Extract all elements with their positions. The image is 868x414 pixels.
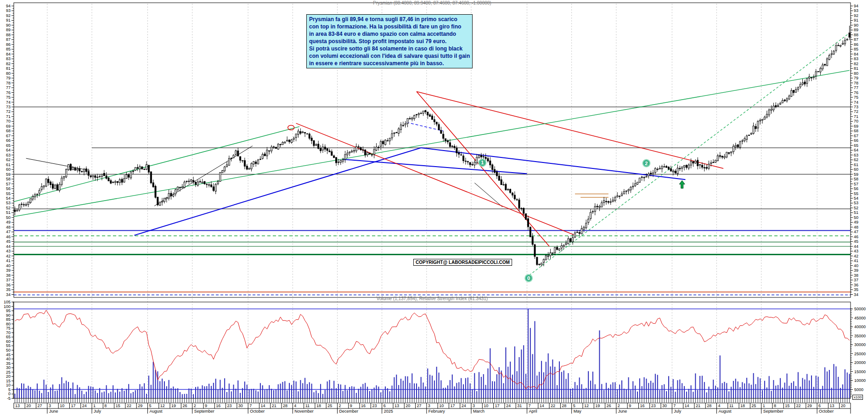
annotation-line: in essere e rientrare successivamente pi… <box>309 60 470 67</box>
svg-text:40: 40 <box>6 357 11 361</box>
week-label: 12 <box>584 403 589 408</box>
week-label: 15 <box>116 403 120 408</box>
week-label: 25 <box>327 403 332 408</box>
week-label: 19 <box>595 403 600 408</box>
week-label: 21 <box>696 403 700 408</box>
svg-text:88: 88 <box>854 33 858 37</box>
month-label: June <box>618 409 627 414</box>
month-label: 2025 <box>384 409 393 414</box>
chart-title: Prysmian (88.4000, 89.9400, 87.4600, 87.… <box>0 0 864 6</box>
month-label: March <box>473 409 485 414</box>
week-label: 30 <box>662 403 667 408</box>
svg-text:15000: 15000 <box>854 369 866 374</box>
svg-text:78: 78 <box>6 81 11 85</box>
svg-text:72: 72 <box>6 109 11 114</box>
week-label: 11 <box>729 403 733 408</box>
svg-text:75: 75 <box>854 95 858 100</box>
svg-text:57: 57 <box>6 182 11 186</box>
week-label: 1 <box>93 403 96 408</box>
svg-text:60: 60 <box>854 167 858 172</box>
week-label: 4 <box>294 403 296 408</box>
wave-marker-number: 1 <box>481 160 484 165</box>
svg-text:65: 65 <box>6 143 11 148</box>
svg-text:80: 80 <box>6 71 11 76</box>
week-label: 17 <box>495 403 500 408</box>
svg-text:63: 63 <box>854 153 858 157</box>
month-label: June <box>49 409 58 414</box>
month-label: August <box>718 409 732 414</box>
svg-text:93: 93 <box>854 8 858 13</box>
svg-text:42: 42 <box>854 254 858 258</box>
svg-text:59: 59 <box>6 172 11 177</box>
svg-text:62: 62 <box>6 157 11 162</box>
week-label: 2 <box>618 403 620 408</box>
svg-text:50: 50 <box>6 215 11 220</box>
week-label: 18 <box>316 403 321 408</box>
week-label: 27 <box>417 403 422 408</box>
week-label: 31 <box>517 403 522 408</box>
month-label: February <box>428 409 445 414</box>
week-label: 23 <box>372 403 377 408</box>
week-label: 6 <box>818 403 821 408</box>
svg-text:44: 44 <box>6 244 11 249</box>
month-label: September <box>194 409 214 414</box>
svg-text:95: 95 <box>6 308 11 313</box>
week-label: 21 <box>272 403 276 408</box>
svg-text:70: 70 <box>6 330 11 335</box>
volume-unit-label: x100 <box>852 395 863 400</box>
svg-text:35: 35 <box>854 287 858 292</box>
svg-text:85: 85 <box>6 317 11 322</box>
svg-text:65: 65 <box>854 143 858 148</box>
svg-text:85: 85 <box>854 47 858 51</box>
week-label: 2 <box>194 403 196 408</box>
svg-text:81: 81 <box>854 66 858 71</box>
week-label: 8 <box>104 403 107 408</box>
week-label: 20 <box>841 403 845 408</box>
week-label: 13 <box>829 403 834 408</box>
week-label: 29 <box>807 403 812 408</box>
volume-bars <box>14 309 851 398</box>
svg-text:55: 55 <box>854 191 858 196</box>
svg-text:5000: 5000 <box>854 387 863 392</box>
svg-text:80: 80 <box>6 322 11 326</box>
week-label: 24 <box>462 403 466 408</box>
svg-text:51: 51 <box>854 210 858 215</box>
week-label: 1 <box>763 403 765 408</box>
svg-text:61: 61 <box>854 162 858 167</box>
svg-text:75: 75 <box>6 326 11 330</box>
week-label: 4 <box>718 403 720 408</box>
annotation-line: con top in formazione. Ha la possibilità… <box>309 23 470 30</box>
svg-text:54: 54 <box>6 196 11 201</box>
annotation-line: questa possibilità. Stop profit impostat… <box>309 38 470 45</box>
svg-text:87: 87 <box>854 37 858 42</box>
svg-text:58: 58 <box>854 177 858 181</box>
svg-text:82: 82 <box>6 62 11 66</box>
month-label: September <box>763 409 783 414</box>
svg-text:67: 67 <box>854 134 858 138</box>
svg-text:50: 50 <box>854 215 858 220</box>
svg-text:55: 55 <box>6 343 11 348</box>
svg-text:66: 66 <box>6 138 11 143</box>
svg-text:-5: -5 <box>7 396 11 401</box>
week-label: 16 <box>216 403 220 408</box>
svg-text:43: 43 <box>854 249 858 253</box>
svg-text:46: 46 <box>854 235 858 239</box>
week-label: 14 <box>260 403 265 408</box>
week-label: 30 <box>238 403 243 408</box>
svg-text:72: 72 <box>854 109 858 114</box>
svg-text:36: 36 <box>6 283 11 287</box>
svg-text:35000: 35000 <box>854 334 866 338</box>
week-label: 22 <box>127 403 131 408</box>
svg-text:70: 70 <box>854 119 858 123</box>
svg-text:51: 51 <box>6 210 11 215</box>
week-label: 6 <box>383 403 386 408</box>
svg-text:83: 83 <box>6 56 11 61</box>
svg-text:40: 40 <box>854 263 858 268</box>
horizontal-levels <box>14 107 851 295</box>
svg-text:68: 68 <box>854 129 858 133</box>
svg-text:41: 41 <box>6 258 11 263</box>
svg-text:63: 63 <box>6 153 11 157</box>
svg-text:68: 68 <box>6 129 11 133</box>
annotation-line: in area 83-84 euro e diamo spazio con ca… <box>309 30 470 38</box>
svg-text:60: 60 <box>6 167 11 172</box>
